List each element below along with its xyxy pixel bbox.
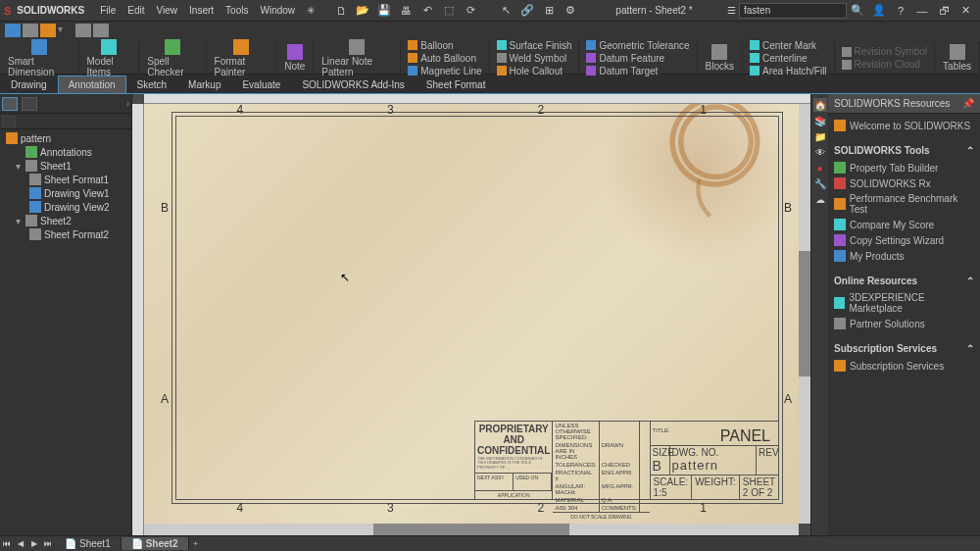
tree-drawing-view2[interactable]: Drawing View2 [2, 200, 129, 214]
menu-tools[interactable]: Tools [220, 5, 254, 16]
qat-save-icon[interactable]: 💾 [373, 2, 395, 20]
sheet-tab-1[interactable]: 📄Sheet1 [55, 537, 122, 550]
tab-drawing[interactable]: Drawing [0, 75, 58, 93]
blocks-button[interactable]: Blocks [702, 44, 738, 72]
vertical-scrollbar[interactable] [799, 104, 810, 524]
rp-property-tab[interactable]: Property Tab Builder [834, 160, 974, 175]
tables-button[interactable]: Tables [939, 44, 975, 72]
datum-target-button[interactable]: Datum Target [583, 65, 661, 77]
area-hatch-button[interactable]: Area Hatch/Fill [747, 65, 830, 77]
smart-dimension-button[interactable]: Smart Dimension [4, 39, 74, 77]
tp-resources-icon[interactable]: 📚 [813, 114, 827, 127]
qat-icon[interactable] [93, 24, 109, 37]
geometric-tolerance-button[interactable]: Geometric Tolerance [583, 39, 692, 52]
collapse-icon[interactable]: ⌃ [966, 145, 974, 156]
search-go-icon[interactable]: 🔍 [847, 2, 868, 20]
menu-insert[interactable]: Insert [183, 5, 220, 16]
tree-sheet-format2[interactable]: Sheet Format2 [2, 227, 129, 241]
sheet-next-icon[interactable]: ▶ [27, 537, 41, 551]
spell-checker-button[interactable]: Spell Checker [143, 39, 201, 77]
tab-sketch[interactable]: Sketch [126, 75, 178, 93]
horizontal-scrollbar[interactable] [144, 524, 799, 535]
rp-welcome[interactable]: Welcome to SOLIDWORKS [834, 118, 974, 133]
collapse-icon[interactable]: ⌃ [966, 276, 974, 286]
tab-addins[interactable]: SOLIDWORKS Add-Ins [291, 75, 415, 93]
qat-icon[interactable] [75, 24, 91, 37]
search-input[interactable] [739, 3, 847, 19]
menu-edit[interactable]: Edit [122, 5, 150, 16]
qat-rebuild-icon[interactable]: ⟳ [460, 2, 481, 20]
tree-drawing-view1[interactable]: Drawing View1 [2, 186, 129, 200]
note-button[interactable]: Note [280, 44, 309, 72]
weld-symbol-button[interactable]: Weld Symbol [494, 52, 570, 65]
sheet-last-icon[interactable]: ⏭ [41, 537, 55, 551]
rp-my-products[interactable]: My Products [834, 248, 974, 264]
tab-sheet-format[interactable]: Sheet Format [416, 75, 497, 93]
drawing-canvas[interactable]: 4 3 2 1 4 3 2 1 B A B A [144, 104, 799, 524]
fm-filter-button[interactable] [2, 116, 16, 127]
tab-evaluate[interactable]: Evaluate [231, 75, 291, 93]
sheet-first-icon[interactable]: ⏮ [0, 537, 14, 551]
menu-window[interactable]: Window [254, 5, 301, 16]
tab-annotation[interactable]: Annotation [58, 75, 126, 93]
fm-tab-config[interactable] [22, 97, 37, 111]
revision-cloud-button[interactable]: Revision Cloud [839, 58, 923, 71]
qat-print-icon[interactable]: 🖶 [395, 2, 416, 20]
tp-design-icon[interactable]: 📁 [813, 129, 827, 143]
linear-note-pattern-button[interactable]: Linear Note Pattern [318, 39, 396, 77]
login-icon[interactable]: 👤 [868, 2, 890, 20]
model-items-button[interactable]: Model Items [83, 39, 135, 77]
tree-sheet2[interactable]: ▾Sheet2 [2, 214, 129, 227]
collapse-icon[interactable]: ⌃ [966, 343, 974, 354]
qat-icon[interactable] [5, 24, 21, 37]
format-painter-button[interactable]: Format Painter [211, 39, 272, 77]
tp-forum-icon[interactable]: ☁ [813, 192, 827, 206]
tp-view-icon[interactable]: 👁 [813, 145, 827, 159]
tp-appearance-icon[interactable]: ● [813, 161, 827, 175]
rp-copy-settings[interactable]: Copy Settings Wizard [834, 232, 974, 248]
rp-pin-icon[interactable]: 📌 [962, 98, 974, 109]
rp-benchmark[interactable]: Performance Benchmark Test [834, 191, 974, 217]
qat-select-icon[interactable]: ⬚ [438, 2, 460, 20]
qat-link-icon[interactable]: 🔗 [516, 2, 538, 20]
rp-subscription[interactable]: Subscription Services [834, 358, 974, 374]
fm-tab-tree[interactable] [2, 97, 18, 111]
qat-icon[interactable] [40, 24, 56, 37]
close-icon[interactable]: ✕ [955, 2, 976, 20]
fm-expand-icon[interactable]: › [126, 98, 129, 109]
qat-cursor-icon[interactable]: ↖ [495, 2, 516, 20]
tp-home-icon[interactable]: 🏠 [813, 98, 827, 112]
balloon-button[interactable]: Balloon [405, 39, 456, 52]
tab-markup[interactable]: Markup [177, 75, 231, 93]
rp-rx[interactable]: SOLIDWORKS Rx [834, 175, 974, 191]
center-mark-button[interactable]: Center Mark [747, 39, 819, 52]
revision-symbol-button[interactable]: Revision Symbol [839, 45, 930, 58]
sheet-prev-icon[interactable]: ◀ [14, 537, 27, 551]
tree-sheet-format1[interactable]: Sheet Format1 [2, 173, 129, 186]
qat-new-icon[interactable]: 🗋 [330, 2, 352, 20]
qat-undo-icon[interactable]: ↶ [416, 2, 438, 20]
datum-feature-button[interactable]: Datum Feature [583, 52, 667, 65]
sheet-tab-2[interactable]: 📄Sheet2 [122, 537, 189, 550]
restore-icon[interactable]: 🗗 [933, 2, 955, 20]
rp-partner[interactable]: Partner Solutions [834, 316, 974, 331]
menu-help-icon[interactable]: ✳ [301, 5, 320, 16]
auto-balloon-button[interactable]: Auto Balloon [405, 52, 479, 65]
qat-open-icon[interactable]: 📂 [352, 2, 373, 20]
tp-custom-icon[interactable]: 🔧 [813, 176, 827, 190]
minimize-icon[interactable]: ― [911, 2, 933, 20]
qat-icon[interactable] [23, 24, 38, 37]
qat-plus-icon[interactable]: ⊞ [538, 2, 560, 20]
tree-sheet1[interactable]: ▾Sheet1 [2, 159, 129, 173]
help-icon[interactable]: ? [890, 2, 911, 20]
qat-settings-icon[interactable]: ⚙ [560, 2, 581, 20]
rp-marketplace[interactable]: 3DEXPERIENCE Marketplace [834, 290, 974, 316]
rp-compare[interactable]: Compare My Score [834, 217, 974, 232]
tree-root[interactable]: pattern [2, 131, 129, 145]
hole-callout-button[interactable]: Hole Callout [494, 65, 565, 77]
surface-finish-button[interactable]: Surface Finish [494, 39, 575, 52]
menu-view[interactable]: View [151, 5, 184, 16]
sheet-add-icon[interactable]: + [189, 537, 203, 551]
tree-annotations[interactable]: Annotations [2, 145, 129, 159]
menu-file[interactable]: File [94, 5, 122, 16]
